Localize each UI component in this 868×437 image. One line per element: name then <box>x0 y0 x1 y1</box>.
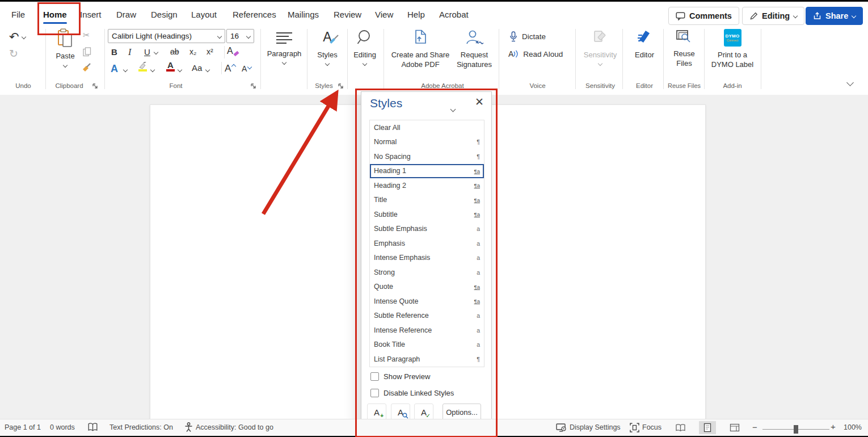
read-aloud-button[interactable]: A Read Aloud <box>508 49 563 58</box>
style-item-heading-1[interactable]: Heading 1¶a <box>370 164 484 179</box>
clear-formatting-button[interactable]: A <box>227 46 239 56</box>
page-indicator[interactable]: Page 1 of 1 <box>5 423 41 431</box>
text-effects-button[interactable]: A <box>111 63 118 75</box>
web-layout-button[interactable] <box>726 421 743 434</box>
font-color-chevron-icon[interactable] <box>178 68 182 72</box>
strikethrough-button[interactable]: ab <box>170 47 179 56</box>
subscript-button[interactable]: x₂ <box>189 47 196 56</box>
style-item-list-paragraph[interactable]: List Paragraph¶ <box>370 352 484 367</box>
show-preview-checkbox[interactable]: Show Preview <box>370 372 430 381</box>
read-mode-button[interactable] <box>672 421 689 434</box>
chevron-down-icon <box>852 14 856 18</box>
style-item-strong[interactable]: Stronga <box>370 265 484 280</box>
dymo-print-button[interactable]: DYMO Connect Print to a DYMO Label <box>708 28 757 69</box>
paste-clipboard-icon <box>57 28 73 48</box>
disable-linked-styles-checkbox[interactable]: Disable Linked Styles <box>370 389 454 397</box>
style-item-subtle-reference[interactable]: Subtle Referencea <box>370 309 484 323</box>
change-case-chevron-icon[interactable] <box>206 68 209 72</box>
text-effects-chevron-icon[interactable] <box>124 68 127 72</box>
highlight-color-button[interactable] <box>138 62 147 72</box>
styles-dialog-launcher-icon[interactable] <box>338 83 344 89</box>
paste-button[interactable]: Paste <box>50 28 81 67</box>
style-item-quote[interactable]: Quote¶a <box>370 280 484 295</box>
options-button[interactable]: Options... <box>443 404 481 421</box>
accessibility-status[interactable]: Accessibility: Good to go <box>196 423 273 431</box>
reuse-files-label-2: Files <box>676 58 692 68</box>
tab-layout[interactable]: Layout <box>191 10 217 19</box>
underline-menu-chevron-icon[interactable] <box>154 51 158 54</box>
style-item-clear-all[interactable]: Clear All <box>370 120 484 135</box>
tab-draw[interactable]: Draw <box>116 10 136 19</box>
comments-button[interactable]: Comments <box>668 7 739 25</box>
style-item-intense-quote[interactable]: Intense Quote¶a <box>370 294 484 309</box>
focus-button[interactable]: Focus <box>642 423 661 431</box>
caret-down-icon <box>247 65 252 69</box>
close-icon[interactable]: ✕ <box>475 95 484 108</box>
font-name-combobox[interactable]: Calibri Light (Headings) <box>108 29 225 43</box>
font-color-button[interactable]: A <box>166 61 175 72</box>
format-painter-button[interactable] <box>82 63 92 73</box>
style-item-intense-reference[interactable]: Intense Referencea <box>370 323 484 338</box>
change-case-button[interactable]: Aa <box>192 63 202 73</box>
zoom-level[interactable]: 100% <box>844 423 862 431</box>
style-item-emphasis[interactable]: Emphasisa <box>370 236 484 251</box>
display-settings-button[interactable]: Display Settings <box>570 423 621 431</box>
create-share-pdf-button[interactable]: Create and Share Adobe PDF <box>389 28 452 69</box>
font-dialog-launcher-icon[interactable] <box>250 83 256 89</box>
style-item-subtitle[interactable]: Subtitle¶a <box>370 207 484 222</box>
request-signatures-button[interactable]: Request Signatures <box>452 28 497 69</box>
zoom-in-button[interactable]: + <box>831 422 836 431</box>
style-item-heading-2[interactable]: Heading 2¶a <box>370 178 484 193</box>
style-item-title[interactable]: Title¶a <box>370 193 484 208</box>
style-item-subtle-emphasis[interactable]: Subtle Emphasisa <box>370 222 484 237</box>
text-predictions-status[interactable]: Text Predictions: On <box>109 423 173 431</box>
highlight-chevron-icon[interactable] <box>151 68 154 72</box>
tab-insert[interactable]: Insert <box>80 10 102 19</box>
style-inspector-button[interactable]: A <box>391 404 410 421</box>
editing-mode-button[interactable]: Editing <box>742 7 804 25</box>
repeat-button[interactable]: ↻ <box>9 47 18 60</box>
tab-help[interactable]: Help <box>407 10 425 19</box>
tab-acrobat[interactable]: Acrobat <box>439 10 469 19</box>
cut-button[interactable]: ✂ <box>83 30 90 40</box>
styles-button[interactable]: A Styles <box>311 28 344 65</box>
tab-mailings[interactable]: Mailings <box>288 10 319 19</box>
style-item-no-spacing[interactable]: No Spacing¶ <box>370 149 484 164</box>
tab-file[interactable]: File <box>11 10 25 19</box>
styles-pane-menu-chevron-icon[interactable] <box>451 103 455 114</box>
tab-design[interactable]: Design <box>151 10 178 19</box>
print-layout-button[interactable] <box>699 421 716 434</box>
underline-button[interactable]: U <box>144 47 150 57</box>
bold-button[interactable]: B <box>111 47 117 57</box>
zoom-out-button[interactable]: − <box>752 422 757 432</box>
grow-font-button[interactable]: A <box>225 63 235 74</box>
paragraph-button[interactable]: Paragraph <box>264 28 304 64</box>
font-size-combobox[interactable]: 16 <box>226 29 254 43</box>
style-item-normal[interactable]: Normal¶ <box>370 135 484 150</box>
word-count[interactable]: 0 words <box>50 423 75 431</box>
tab-review[interactable]: Review <box>334 10 361 19</box>
editing-button[interactable]: Editing <box>349 28 380 65</box>
undo-button[interactable]: ↶ <box>9 30 26 44</box>
dictate-button[interactable]: Dictate <box>509 31 546 42</box>
tab-home[interactable]: Home <box>43 10 67 19</box>
copy-button[interactable] <box>83 47 91 57</box>
manage-styles-button[interactable]: A ✓ <box>414 404 433 421</box>
new-style-button[interactable]: A + <box>367 404 386 421</box>
zoom-slider-thumb[interactable] <box>794 425 798 434</box>
style-item-intense-emphasis[interactable]: Intense Emphasisa <box>370 251 484 266</box>
editor-button[interactable]: Editor <box>627 28 661 60</box>
superscript-button[interactable]: x² <box>207 47 213 56</box>
collapse-ribbon-chevron-icon[interactable] <box>848 80 853 85</box>
tab-references[interactable]: References <box>233 10 276 19</box>
request-signatures-label-2: Signatures <box>457 60 492 69</box>
proofing-book-icon[interactable] <box>88 423 98 432</box>
tab-view[interactable]: View <box>375 10 393 19</box>
share-button[interactable]: Share <box>806 7 863 25</box>
clipboard-dialog-launcher-icon[interactable] <box>92 83 98 89</box>
sensitivity-group-label: Sensitivity <box>578 82 623 89</box>
shrink-font-button[interactable]: A <box>242 64 251 73</box>
italic-button[interactable]: I <box>128 47 131 57</box>
style-item-book-title[interactable]: Book Titlea <box>370 338 484 352</box>
reuse-files-button[interactable]: Reuse Files <box>667 28 701 68</box>
